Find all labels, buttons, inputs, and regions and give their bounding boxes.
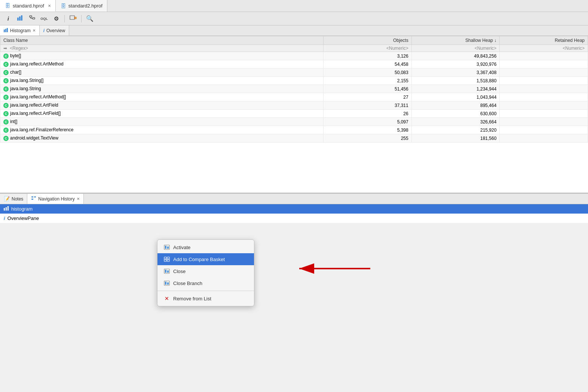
activate-label: Activate — [173, 245, 190, 250]
cell-objects: 3,126 — [324, 52, 412, 60]
close-label: Close — [173, 269, 186, 274]
table-row[interactable]: Cjava.lang.reflect.ArtMethod 54,458 3,92… — [0, 60, 588, 68]
cell-retained — [500, 134, 588, 143]
gear-button[interactable]: ⚙ — [51, 13, 61, 24]
tab-close-btn[interactable]: ✕ — [48, 4, 51, 8]
cell-shallow: 49,843,256 — [411, 52, 500, 60]
tab-standard-hprof[interactable]: 🗄 standard.hprof ✕ — [0, 0, 56, 12]
histogram-tab-icon — [4, 28, 8, 33]
tree-button[interactable] — [27, 13, 37, 24]
gear-icon: ⚙ — [54, 15, 59, 22]
table-row[interactable]: Cint[] 5,097 326,664 — [0, 118, 588, 126]
filter-shallow[interactable]: <Numeric> — [411, 45, 500, 52]
bottom-tab-bar: 📝 Notes Navigation History ✕ — [0, 194, 588, 204]
svg-rect-1 — [19, 16, 21, 21]
col-header-classname[interactable]: Class Name — [0, 36, 324, 45]
nav-item-histogram[interactable]: histogram — [0, 204, 588, 214]
nav-history-tab-close[interactable]: ✕ — [77, 197, 80, 201]
svg-rect-15 — [31, 199, 33, 200]
context-remove[interactable]: ✕ Remove from List — [157, 293, 254, 304]
table-row[interactable]: Cjava.lang.reflect.ArtMethod[] 27 1,043,… — [0, 93, 588, 101]
filter-classname[interactable]: <Regex> — [10, 46, 28, 51]
cell-retained — [500, 110, 588, 118]
nav-history-icon — [31, 196, 36, 202]
col-header-shallow[interactable]: Shallow Heap — [411, 36, 500, 45]
filter-objects[interactable]: <Numeric> — [324, 45, 412, 52]
svg-rect-30 — [165, 270, 166, 273]
info-icon: i — [7, 16, 9, 22]
table-row[interactable]: Cjava.lang.reflect.ArtField 37,311 895,4… — [0, 101, 588, 110]
cell-retained — [500, 126, 588, 134]
cell-objects: 255 — [324, 134, 412, 143]
context-add-compare[interactable]: Add to Compare Basket — [157, 253, 254, 265]
col-header-retained[interactable]: Retained Heap — [500, 36, 588, 45]
cell-classname: Candroid.widget.TextView — [0, 134, 324, 143]
overview-tab-icon: i — [43, 28, 45, 33]
histogram-icon — [17, 15, 23, 22]
nav-item-overview[interactable]: i OverviewPane — [0, 214, 588, 223]
cell-shallow: 1,518,880 — [411, 77, 500, 85]
cell-retained — [500, 60, 588, 68]
context-close[interactable]: Close — [157, 265, 254, 277]
cell-retained — [500, 118, 588, 126]
class-icon: C — [3, 95, 9, 100]
cell-classname: Cjava.lang.String[] — [0, 77, 324, 85]
compare-icon — [163, 256, 170, 263]
nav-histogram-icon — [4, 206, 9, 212]
tab-standard2-hprof[interactable]: 🗄 standard2.hprof — [56, 0, 107, 12]
histogram-table-container[interactable]: Class Name Objects Shallow Heap Retained… — [0, 36, 588, 193]
class-icon: C — [3, 70, 9, 75]
search-button[interactable]: 🔍 — [85, 13, 95, 24]
histogram-table: Class Name Objects Shallow Heap Retained… — [0, 36, 588, 143]
main-content: Histogram ✕ i Overview Class Name Object… — [0, 25, 588, 223]
svg-rect-21 — [165, 246, 166, 249]
context-separator — [157, 291, 254, 291]
nav-overview-label: OverviewPane — [7, 215, 39, 221]
table-row[interactable]: Cbyte[] 3,126 49,843,256 — [0, 52, 588, 60]
table-row[interactable]: Cchar[] 50,083 3,367,408 — [0, 68, 588, 77]
cell-shallow: 3,367,408 — [411, 68, 500, 77]
add-compare-label: Add to Compare Basket — [173, 257, 225, 262]
cell-classname: Cjava.lang.reflect.ArtMethod — [0, 60, 324, 68]
context-close-branch[interactable]: Close Branch — [157, 277, 254, 289]
exec-settings-button[interactable] — [68, 13, 78, 24]
histogram-tab-close[interactable]: ✕ — [33, 28, 36, 33]
filter-retained[interactable]: <Numeric> — [500, 45, 588, 52]
cell-retained — [500, 77, 588, 85]
close-branch-icon — [163, 280, 170, 287]
table-row[interactable]: Candroid.widget.TextView 255 181,560 — [0, 134, 588, 143]
toolbar-sep2 — [81, 15, 82, 22]
tree-icon — [29, 15, 35, 22]
cell-objects: 50,083 — [324, 68, 412, 77]
class-icon: C — [3, 53, 9, 59]
table-row[interactable]: Cjava.lang.reflect.ArtField[] 26 630,600 — [0, 110, 588, 118]
cell-shallow: 1,234,944 — [411, 85, 500, 93]
cell-objects: 26 — [324, 110, 412, 118]
cell-retained — [500, 52, 588, 60]
table-row[interactable]: Cjava.lang.String[] 2,155 1,518,880 — [0, 77, 588, 85]
histogram-button[interactable] — [15, 13, 25, 24]
class-icon: C — [3, 111, 9, 116]
sql-button[interactable]: OQL — [39, 13, 49, 24]
cell-classname: Cint[] — [0, 118, 324, 126]
db-icon-2: 🗄 — [60, 3, 66, 9]
table-row[interactable]: Cjava.lang.ref.FinalizerReference 5,398 … — [0, 126, 588, 134]
col-header-objects[interactable]: Objects — [324, 36, 412, 45]
svg-rect-19 — [7, 206, 9, 211]
tab-overview[interactable]: i Overview — [40, 25, 69, 36]
tab-histogram[interactable]: Histogram ✕ — [0, 25, 40, 36]
inner-tab-bar: Histogram ✕ i Overview — [0, 25, 588, 36]
cell-shallow: 895,464 — [411, 101, 500, 110]
nav-overview-icon: i — [4, 215, 5, 221]
svg-rect-10 — [4, 30, 5, 32]
tab-notes[interactable]: 📝 Notes — [0, 194, 27, 204]
table-row[interactable]: Cjava.lang.String 51,456 1,234,944 — [0, 85, 588, 93]
cell-shallow: 1,043,944 — [411, 93, 500, 101]
info-button[interactable]: i — [3, 13, 13, 24]
cell-objects: 2,155 — [324, 77, 412, 85]
svg-rect-13 — [31, 196, 33, 197]
tab-nav-history[interactable]: Navigation History ✕ — [27, 194, 83, 204]
cell-shallow: 326,664 — [411, 118, 500, 126]
svg-marker-7 — [70, 16, 74, 19]
context-activate[interactable]: Activate — [157, 241, 254, 253]
